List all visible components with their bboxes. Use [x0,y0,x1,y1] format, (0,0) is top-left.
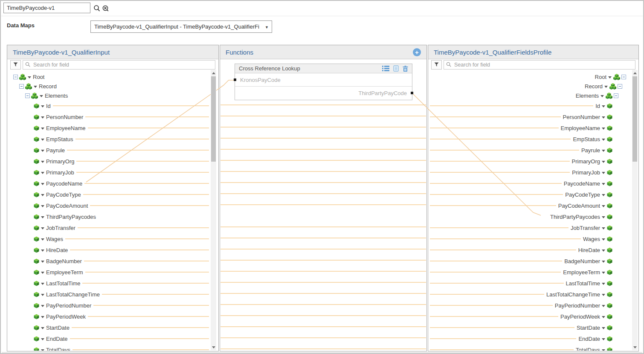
chevron-down-icon[interactable] [602,128,605,130]
chevron-down-icon[interactable] [602,294,605,296]
tree-field-row[interactable]: Wages [429,233,632,244]
chevron-down-icon[interactable] [34,86,37,88]
chevron-down-icon[interactable] [602,349,605,351]
chevron-down-icon[interactable] [602,250,605,252]
tree-node-record[interactable]: Record [8,81,210,91]
chevron-down-icon[interactable] [41,194,44,196]
tree-field-row[interactable]: PayPeriodNumber [8,300,210,311]
chevron-down-icon[interactable] [604,86,608,88]
tree-field-row[interactable]: HireDate [429,244,632,255]
chevron-down-icon[interactable] [602,216,605,218]
tree-field-row[interactable]: PersonNumber [429,111,632,122]
chevron-down-icon[interactable] [41,294,44,296]
chevron-down-icon[interactable] [602,272,605,274]
chevron-down-icon[interactable] [41,272,44,274]
chevron-down-icon[interactable] [602,283,605,285]
clear-search-icon[interactable] [102,5,109,14]
chevron-down-icon[interactable] [602,227,605,229]
tree-field-row[interactable]: EmployeeName [8,122,210,133]
chevron-down-icon[interactable] [28,76,31,78]
scroll-down-arrow[interactable] [632,344,638,350]
scroll-up-arrow[interactable] [211,70,216,76]
chevron-down-icon[interactable] [608,76,612,78]
tree-field-row[interactable]: PayPeriodWeek [429,311,632,322]
chevron-down-icon[interactable] [41,283,44,285]
tree-field-row[interactable]: PrimaryOrg [429,156,632,167]
input-connector[interactable] [234,78,236,81]
component-search-input[interactable] [3,3,90,13]
tree-field-row[interactable]: Id [8,100,210,111]
source-scrollbar[interactable] [211,70,216,350]
chevron-down-icon[interactable] [602,194,605,196]
chevron-down-icon[interactable] [41,128,44,130]
tree-field-row[interactable]: LastTotalTime [429,278,632,289]
scrollbar-thumb[interactable] [632,76,637,162]
target-search-input[interactable] [453,61,633,68]
tree-field-row[interactable]: Payrule [8,145,210,156]
tree-field-row[interactable]: EndDate [429,333,632,344]
tree-field-row[interactable]: PayPeriodNumber [429,300,632,311]
tree-field-row[interactable]: PaycodeName [429,178,632,189]
tree-field-row[interactable]: PayPeriodWeek [8,311,210,322]
chevron-down-icon[interactable] [41,172,44,174]
chevron-down-icon[interactable] [41,183,44,185]
function-box[interactable]: Cross Reference Lookup [235,64,412,100]
function-input-row[interactable]: KronosPayCode [235,73,412,87]
scrollbar-thumb[interactable] [211,76,216,162]
chevron-down-icon[interactable] [602,316,605,318]
tree-field-row[interactable]: PrimaryJob [8,167,210,178]
tree-field-row[interactable]: TotalDays [429,344,632,351]
tree-field-row[interactable]: PersonNumber [8,111,210,122]
chevron-down-icon[interactable] [602,161,605,163]
target-scrollbar[interactable] [632,70,638,350]
tree-field-row[interactable]: PayCodeType [429,189,632,200]
tree-field-row[interactable]: LastTotalChangeTime [429,289,632,300]
tree-field-row[interactable]: ThirdPartyPaycodes [429,211,632,222]
chevron-down-icon[interactable] [41,139,44,141]
tree-field-row[interactable]: PaycodeName [8,178,210,189]
list-icon[interactable] [382,66,389,71]
horizontal-scrollbar-track[interactable] [2,352,642,354]
tree-node-root[interactable]: Root [429,72,632,81]
tree-field-row[interactable]: JobTransfer [429,222,632,233]
chevron-down-icon[interactable] [41,327,44,329]
copy-icon[interactable] [393,65,399,72]
collapse-toggle[interactable] [614,93,618,98]
chevron-down-icon[interactable] [602,261,605,263]
tree-field-row[interactable]: PayCodeAmount [429,200,632,211]
tree-field-row[interactable]: EmployeeTerm [429,267,632,278]
tree-field-row[interactable]: PrimaryOrg [8,156,210,167]
tree-field-row[interactable]: EndDate [8,333,210,344]
chevron-down-icon[interactable] [600,95,604,97]
chevron-down-icon[interactable] [602,172,605,174]
collapse-toggle[interactable] [621,75,626,79]
tree-field-row[interactable]: Id [429,100,632,111]
chevron-down-icon[interactable] [602,139,605,141]
filter-button[interactable] [10,60,21,70]
tree-field-row[interactable]: LastTotalChangeTime [8,289,210,300]
tree-field-row[interactable]: ThirdPartyPaycodes [8,211,210,222]
chevron-down-icon[interactable] [41,349,44,351]
chevron-down-icon[interactable] [41,161,44,163]
chevron-down-icon[interactable] [41,261,44,263]
tree-field-row[interactable]: EmpStatus [8,133,210,145]
chevron-down-icon[interactable] [41,105,44,107]
scroll-down-arrow[interactable] [211,344,216,350]
chevron-down-icon[interactable] [41,238,44,241]
chevron-down-icon[interactable] [40,95,43,97]
chevron-down-icon[interactable] [602,305,605,307]
chevron-down-icon[interactable] [602,327,605,329]
chevron-down-icon[interactable] [602,116,605,119]
chevron-down-icon[interactable] [41,116,44,119]
tree-field-row[interactable]: JobTransfer [8,222,210,233]
tree-field-row[interactable]: TotalDays [8,344,210,351]
tree-node-root[interactable]: Root [8,72,210,81]
tree-node-record[interactable]: Record [429,81,632,91]
output-connector[interactable] [411,92,413,94]
collapse-toggle[interactable] [25,93,30,98]
tree-field-row[interactable]: StartDate [8,322,210,333]
chevron-down-icon[interactable] [41,150,44,152]
tree-field-row[interactable]: StartDate [429,322,632,333]
tree-field-row[interactable]: BadgeNumber [8,255,210,267]
tree-field-row[interactable]: EmpStatus [429,133,632,145]
